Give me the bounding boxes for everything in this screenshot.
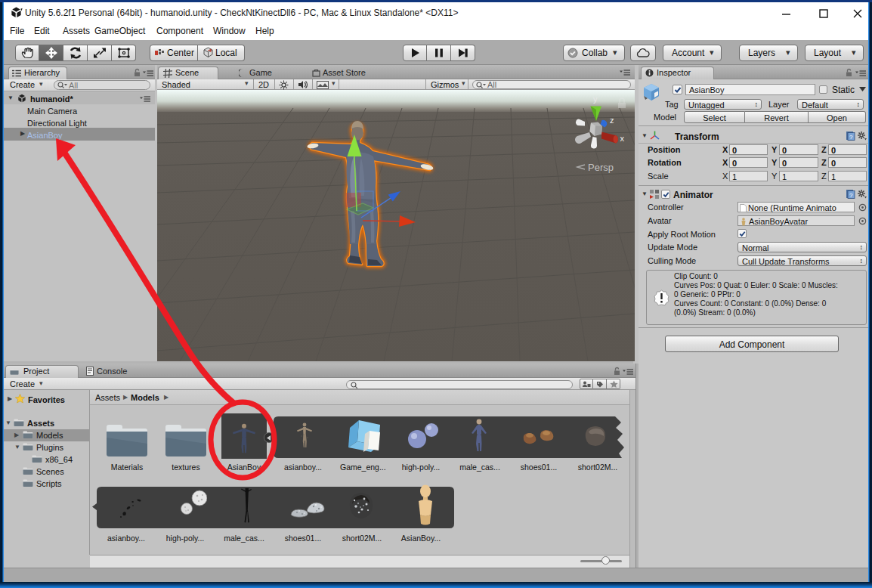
- svg-text:y: y: [593, 94, 598, 104]
- svg-text:?: ?: [849, 134, 853, 141]
- svg-text:x: x: [620, 134, 625, 143]
- svg-text:Persp: Persp: [588, 162, 614, 173]
- svg-text:z: z: [610, 116, 614, 125]
- svg-text:?: ?: [849, 192, 853, 199]
